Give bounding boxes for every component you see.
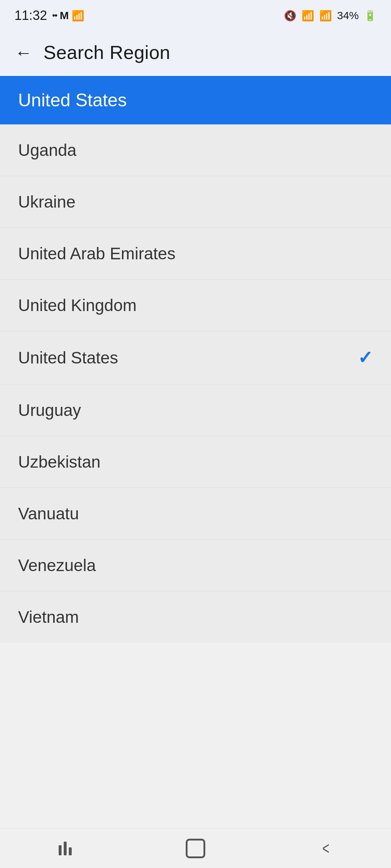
list-item[interactable]: Vanuatu	[0, 488, 391, 540]
status-left: 11:32 •• M 📶	[14, 8, 84, 23]
mute-icon: 🔇	[284, 10, 297, 22]
list-item[interactable]: United Kingdom	[0, 280, 391, 331]
back-button[interactable]: ←	[11, 40, 36, 65]
top-bar: ← Search Region	[0, 29, 391, 76]
status-right: 🔇 📶 📶 34% 🔋	[284, 9, 377, 22]
nav-bar: <	[0, 828, 391, 868]
back-nav-button[interactable]: <	[304, 836, 348, 861]
list-item-label: United Kingdom	[18, 295, 136, 315]
list-item[interactable]: Vietnam	[0, 591, 391, 643]
list-item-label: Vietnam	[18, 607, 79, 627]
list-item-label: United States	[18, 348, 118, 367]
back-arrow-icon: ←	[15, 43, 32, 63]
status-time: 11:32	[14, 8, 47, 23]
selected-banner: United States	[0, 76, 391, 124]
signal-icon: 📶	[319, 10, 332, 22]
list-item-label: Ukraine	[18, 192, 76, 212]
page-title: Search Region	[43, 42, 171, 63]
home-icon	[186, 839, 205, 858]
list-item[interactable]: Venezuela	[0, 540, 391, 591]
selected-region-text: United States	[18, 90, 127, 111]
home-button[interactable]	[174, 836, 217, 861]
status-icons-left: •• M 📶	[52, 9, 84, 22]
list-item-label: Vanuatu	[18, 504, 79, 523]
battery-level: 34%	[337, 9, 359, 22]
back-nav-icon: <	[322, 838, 329, 858]
list-item[interactable]: Ukraine	[0, 176, 391, 228]
gmail-icon: M	[60, 9, 69, 22]
region-list: UgandaUkraineUnited Arab EmiratesUnited …	[0, 124, 391, 643]
status-bar: 11:32 •• M 📶 🔇 📶 📶 34% 🔋	[0, 0, 391, 29]
wifi-icon-right: 📶	[302, 10, 314, 22]
list-item[interactable]: Uruguay	[0, 384, 391, 436]
battery-icon: 🔋	[364, 10, 377, 22]
list-item[interactable]: United Arab Emirates	[0, 228, 391, 280]
list-item-label: Uzbekistan	[18, 452, 101, 472]
wifi-icon: 📶	[72, 10, 84, 22]
list-item[interactable]: United States✓	[0, 331, 391, 384]
list-item-label: Venezuela	[18, 556, 96, 575]
list-item-label: Uganda	[18, 140, 76, 160]
recents-button[interactable]	[43, 836, 87, 861]
checkmark-icon: ✓	[358, 347, 373, 368]
list-item[interactable]: Uzbekistan	[0, 436, 391, 488]
list-item-label: Uruguay	[18, 400, 81, 420]
list-item-label: United Arab Emirates	[18, 244, 176, 263]
list-item[interactable]: Uganda	[0, 124, 391, 176]
dots-icon: ••	[52, 10, 57, 21]
recents-icon	[59, 842, 72, 855]
